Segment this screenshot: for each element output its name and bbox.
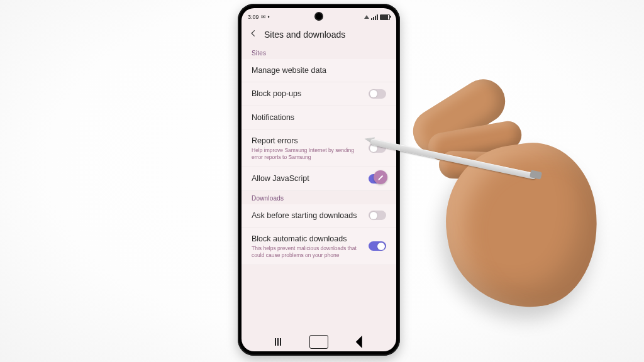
row-title: Allow JavaScript [252,173,364,184]
row-title: Block automatic downloads [252,234,364,244]
page-title: Sites and downloads [264,30,345,40]
toggle-ask-before-downloads[interactable] [369,211,386,220]
hand-finger [438,150,538,181]
row-subtitle: This helps prevent malicious downloads t… [252,245,364,258]
back-button[interactable] [249,29,258,40]
nav-recent[interactable] [269,336,287,348]
page-header: Sites and downloads [242,24,396,46]
row-subtitle: Help improve Samsung Internet by sending… [252,147,364,160]
section-downloads: Downloads [242,191,396,204]
phone-frame: 3:09 ✉︎ • Sites and downloads Sites Mana… [238,4,400,356]
row-title: Block pop-ups [252,89,364,99]
row-title: Manage website data [252,65,386,75]
signal-icon [371,14,378,20]
camera-hole [316,13,322,19]
status-left: 3:09 ✉︎ • [248,14,270,20]
message-icon: ✉︎ [261,14,266,20]
row-ask-before-downloads[interactable]: Ask before starting downloads [242,204,396,228]
toggle-report-errors[interactable] [369,143,386,153]
hand [390,69,629,339]
stylus-cap [530,170,542,179]
row-title: Notifications [252,112,386,123]
row-block-popups[interactable]: Block pop-ups [242,82,396,106]
toggle-block-auto-downloads[interactable] [369,241,386,251]
phone-screen: 3:09 ✉︎ • Sites and downloads Sites Mana… [242,8,396,351]
row-report-errors[interactable]: Report errors Help improve Samsung Inter… [242,129,396,168]
toggle-block-popups[interactable] [369,89,386,99]
app-icon: • [268,14,270,20]
battery-icon [380,14,390,20]
hand-thumb [405,71,514,162]
row-notifications[interactable]: Notifications [242,106,396,129]
pencil-icon [377,174,384,181]
row-manage-website-data[interactable]: Manage website data [242,59,396,82]
section-sites: Sites [242,46,396,59]
android-navbar [242,332,396,351]
hand-finger [426,119,523,162]
row-title: Ask before starting downloads [252,211,364,221]
status-time: 3:09 [248,14,259,20]
network-icon [364,15,369,19]
hand-palm [436,135,608,318]
row-block-auto-downloads[interactable]: Block automatic downloads This helps pre… [242,228,396,266]
row-allow-javascript[interactable]: Allow JavaScript [242,167,396,190]
row-title: Report errors [252,136,364,146]
status-right [364,14,390,20]
nav-home[interactable] [309,336,328,348]
settings-list[interactable]: Sites Manage website data Block pop-ups … [242,46,396,332]
edit-fab[interactable] [374,170,387,184]
nav-back[interactable] [350,336,369,348]
